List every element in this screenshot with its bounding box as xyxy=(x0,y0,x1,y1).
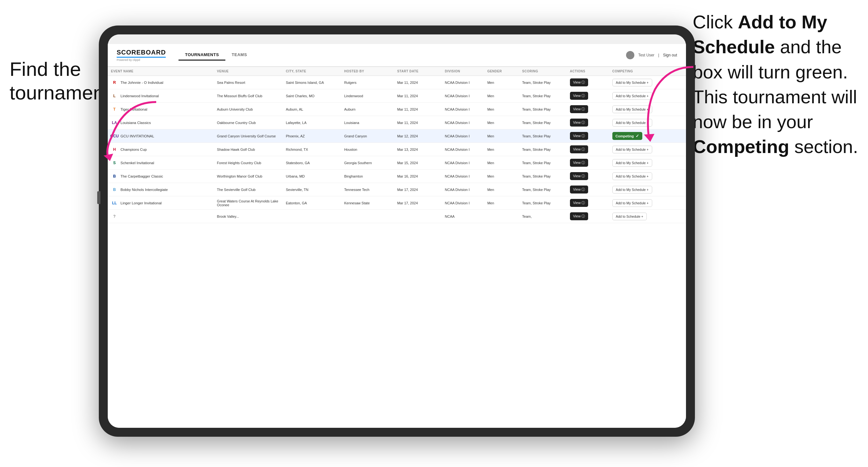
add-to-schedule-button[interactable]: Add to My Schedule + xyxy=(612,119,652,127)
view-button[interactable]: View ⓘ xyxy=(570,92,588,100)
start-date: Mar 11, 2024 xyxy=(394,103,442,116)
add-to-schedule-button[interactable]: Add to My Schedule + xyxy=(612,199,652,207)
table-row: HChampions CupShadow Hawk Golf ClubRichm… xyxy=(108,143,686,156)
col-header-venue: VENUE xyxy=(214,67,283,76)
table-row: BBobby Nichols IntercollegiateThe Sevier… xyxy=(108,183,686,196)
venue: Shadow Hawk Golf Club xyxy=(214,143,283,156)
tablet-screen: SCOREBOARD Powered by clippd TOURNAMENTS… xyxy=(108,34,686,428)
event-name: Louisiana Classics xyxy=(121,121,151,125)
view-button[interactable]: View ⓘ xyxy=(570,132,588,140)
city-state: Richmond, TX xyxy=(283,143,341,156)
view-button[interactable]: View ⓘ xyxy=(570,199,588,207)
col-header-date: START DATE xyxy=(394,67,442,76)
add-to-schedule-button[interactable]: Add to My Schedule + xyxy=(612,146,652,153)
add-to-schedule-button[interactable]: Add to My Schedule + xyxy=(612,159,652,167)
col-header-gender: GENDER xyxy=(484,67,519,76)
city-state: Saint Charles, MO xyxy=(283,89,341,103)
view-button[interactable]: View ⓘ xyxy=(570,186,588,193)
tab-tournaments[interactable]: TOURNAMENTS xyxy=(179,50,225,61)
view-button[interactable]: View ⓘ xyxy=(570,145,588,153)
division: NCAA Division I xyxy=(442,89,484,103)
division: NCAA Division I xyxy=(442,116,484,129)
top-bar xyxy=(108,34,686,44)
add-to-schedule-button[interactable]: Add to My Schedule + xyxy=(612,186,652,193)
sign-out-link[interactable]: Sign out xyxy=(663,53,677,57)
venue: Oakbourne Country Club xyxy=(214,116,283,129)
hosted-by: Rutgers xyxy=(341,76,394,89)
scoring: Team, Stroke Play xyxy=(519,169,567,183)
division: NCAA Division I xyxy=(442,103,484,116)
tablet-side-button[interactable] xyxy=(97,191,100,204)
view-button[interactable]: View ⓘ xyxy=(570,105,588,113)
event-name: Lindenwood Invitational xyxy=(121,94,159,98)
col-header-event: EVENT NAME xyxy=(108,67,214,76)
start-date: Mar 16, 2024 xyxy=(394,169,442,183)
city-state: Lafayette, LA xyxy=(283,116,341,129)
hosted-by: Tennessee Tech xyxy=(341,183,394,196)
city-state: Auburn, AL xyxy=(283,103,341,116)
separator: | xyxy=(658,53,659,57)
add-to-schedule-button[interactable]: Add to My Schedule + xyxy=(612,92,652,100)
hosted-by: Grand Canyon xyxy=(341,129,394,143)
add-to-schedule-button[interactable]: Add to Schedule + xyxy=(612,213,647,220)
add-to-schedule-button[interactable]: Add to My Schedule + xyxy=(612,105,652,113)
scoring: Team, Stroke Play xyxy=(519,89,567,103)
hosted-by: Louisiana xyxy=(341,116,394,129)
team-logo: S xyxy=(111,159,118,166)
app-content: SCOREBOARD Powered by clippd TOURNAMENTS… xyxy=(108,44,686,428)
competing-button[interactable]: Competing ✓ xyxy=(612,132,642,140)
start-date: Mar 11, 2024 xyxy=(394,76,442,89)
team-logo: B xyxy=(111,173,118,180)
tab-teams[interactable]: TEAMS xyxy=(225,50,253,61)
venue: Great Waters Course At Reynolds Lake Oco… xyxy=(214,196,283,210)
scoring: Team, Stroke Play xyxy=(519,129,567,143)
division: NCAA Division I xyxy=(442,183,484,196)
table-row: LLLinger Longer InvitationalGreat Waters… xyxy=(108,196,686,210)
venue: Brook Valley... xyxy=(214,210,283,223)
hosted-by: Georgia Southern xyxy=(341,156,394,169)
city-state: Saint Simons Island, GA xyxy=(283,76,341,89)
team-logo: B xyxy=(111,186,118,193)
team-logo: T xyxy=(111,106,118,113)
venue: Grand Canyon University Golf Course xyxy=(214,129,283,143)
scoring: Team, Stroke Play xyxy=(519,116,567,129)
scoring: Team, Stroke Play xyxy=(519,76,567,89)
user-name: Test User xyxy=(638,53,654,57)
venue: Forest Heights Country Club xyxy=(214,156,283,169)
add-to-schedule-button[interactable]: Add to My Schedule + xyxy=(612,79,652,86)
division: NCAA xyxy=(442,210,484,223)
event-name: GCU INVITATIONAL xyxy=(121,134,154,138)
gender: Men xyxy=(484,116,519,129)
view-button[interactable]: View ⓘ xyxy=(570,172,588,180)
view-button[interactable]: View ⓘ xyxy=(570,79,588,86)
hosted-by: Lindenwood xyxy=(341,89,394,103)
view-button[interactable]: View ⓘ xyxy=(570,212,588,220)
team-logo: LL xyxy=(111,199,118,207)
team-logo: H xyxy=(111,146,118,153)
venue: Auburn University Club xyxy=(214,103,283,116)
start-date: Mar 17, 2024 xyxy=(394,196,442,210)
gender: Men xyxy=(484,196,519,210)
hosted-by: Auburn xyxy=(341,103,394,116)
event-name: Linger Longer Invitational xyxy=(121,201,162,205)
start-date: Mar 12, 2024 xyxy=(394,129,442,143)
logo-powered: Powered by clippd xyxy=(117,58,166,62)
gender xyxy=(484,210,519,223)
gender: Men xyxy=(484,76,519,89)
col-header-competing: COMPETING xyxy=(609,67,686,76)
add-to-schedule-button[interactable]: Add to My Schedule + xyxy=(612,173,652,180)
tournaments-table: EVENT NAME VENUE CITY, STATE HOSTED BY S… xyxy=(108,67,686,223)
city-state: Phoenix, AZ xyxy=(283,129,341,143)
annotation-bold2: Competing xyxy=(693,136,789,157)
city-state: Statesboro, GA xyxy=(283,156,341,169)
scoring: Team, Stroke Play xyxy=(519,103,567,116)
col-header-scoring: SCORING xyxy=(519,67,567,76)
scoring: Team, Stroke Play xyxy=(519,183,567,196)
gender: Men xyxy=(484,103,519,116)
view-button[interactable]: View ⓘ xyxy=(570,119,588,127)
event-name: Champions Cup xyxy=(121,148,147,151)
start-date: Mar 17, 2024 xyxy=(394,183,442,196)
view-button[interactable]: View ⓘ xyxy=(570,159,588,167)
hosted-by xyxy=(341,210,394,223)
team-logo: GCU xyxy=(111,133,118,139)
